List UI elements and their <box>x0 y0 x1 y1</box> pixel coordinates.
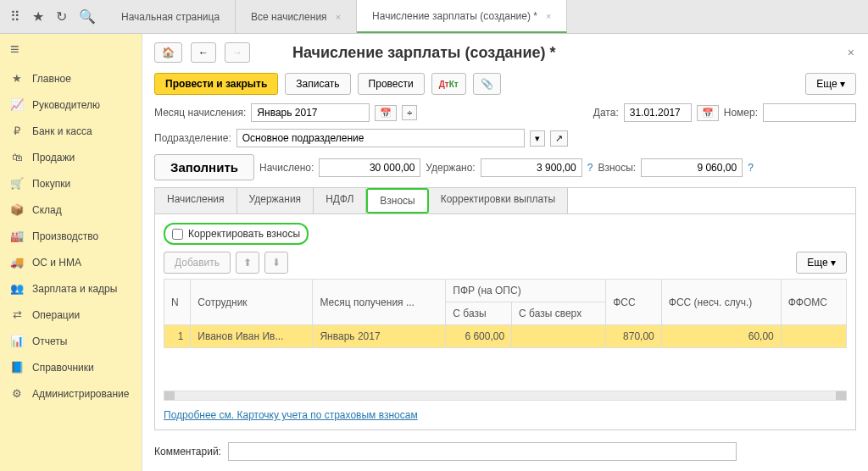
cart-icon: 🛒 <box>10 177 24 190</box>
help-icon[interactable]: ? <box>587 162 593 174</box>
sidebar-item-os[interactable]: 🚚ОС и НМА <box>0 249 142 275</box>
sidebar-item-label: Отчеты <box>32 335 67 347</box>
history-icon[interactable]: ↻ <box>56 8 67 25</box>
correct-contributions-checkbox[interactable] <box>172 229 183 240</box>
move-up-button[interactable]: ⬆ <box>236 252 259 274</box>
dept-input[interactable] <box>236 129 525 147</box>
more-button[interactable]: Еще ▾ <box>796 252 847 274</box>
more-button[interactable]: Еще ▾ <box>805 73 856 95</box>
sidebar-item-purchases[interactable]: 🛒Покупки <box>0 170 142 197</box>
fill-button[interactable]: Заполнить <box>154 154 254 180</box>
sidebar-item-main[interactable]: ★Главное <box>0 65 142 91</box>
search-icon[interactable]: 🔍 <box>79 8 96 25</box>
contributions-table: N Сотрудник Месяц получения ... ПФР (на … <box>164 279 847 348</box>
dept-label: Подразделение: <box>154 132 231 144</box>
correct-contributions-label: Корректировать взносы <box>188 228 300 240</box>
forward-button[interactable]: → <box>225 42 250 63</box>
help-icon[interactable]: ? <box>748 162 754 174</box>
number-label: Номер: <box>724 107 758 119</box>
tab-ndfl[interactable]: НДФЛ <box>314 188 366 213</box>
attach-button[interactable]: 📎 <box>473 73 501 95</box>
tab-current-label: Начисление зарплаты (создание) * <box>372 10 537 22</box>
ops-icon: ⇄ <box>10 308 24 321</box>
cell-fss-ns: 60,00 <box>661 325 781 348</box>
correct-contributions-checkbox-wrap[interactable]: Корректировать взносы <box>164 223 309 245</box>
people-icon: 👥 <box>10 282 24 295</box>
home-button[interactable]: 🏠 <box>154 42 182 63</box>
col-pfr: ПФР (на ОПС) <box>446 280 606 302</box>
process-close-button[interactable]: Провести и закрыть <box>154 73 278 95</box>
dtkt-button[interactable]: ДтКт <box>431 73 466 95</box>
tab-accruals[interactable]: Начисления <box>155 188 237 213</box>
sidebar-item-salary[interactable]: 👥Зарплата и кадры <box>0 275 142 302</box>
col-n: N <box>164 280 191 325</box>
back-button[interactable]: ← <box>191 42 216 63</box>
date-picker-button[interactable]: 📅 <box>697 105 719 121</box>
add-row-button[interactable]: Добавить <box>164 252 231 274</box>
sidebar-item-manager[interactable]: 📈Руководителю <box>0 91 142 118</box>
apps-icon[interactable]: ⠿ <box>10 8 20 25</box>
close-icon[interactable]: × <box>336 12 341 22</box>
scroll-left-icon[interactable] <box>164 391 175 400</box>
close-icon[interactable]: × <box>546 11 551 21</box>
move-down-button[interactable]: ⬇ <box>264 252 288 274</box>
sidebar-item-bank[interactable]: ₽Банк и касса <box>0 118 142 144</box>
col-pfr-base: С базы <box>446 302 512 325</box>
details-link[interactable]: Подробнее см. Карточку учета по страховы… <box>164 409 418 421</box>
withheld-input[interactable] <box>481 158 582 177</box>
process-button[interactable]: Провести <box>358 73 425 95</box>
cell-employee: Иванов Иван Ив... <box>191 325 313 348</box>
col-pfr-over: С базы сверх <box>512 302 606 325</box>
table-row[interactable]: 1 Иванов Иван Ив... Январь 2017 6 600,00… <box>164 325 847 348</box>
cell-pfr-base: 6 600,00 <box>446 325 512 348</box>
number-input[interactable] <box>763 103 856 122</box>
tab-contributions[interactable]: Взносы <box>366 188 428 213</box>
comment-input[interactable] <box>228 442 737 461</box>
report-icon: 📊 <box>10 335 24 347</box>
menu-icon[interactable]: ≡ <box>0 34 142 65</box>
date-input[interactable] <box>624 103 692 122</box>
accrued-label: Начислено: <box>259 162 314 174</box>
sidebar-item-admin[interactable]: ⚙Администрирование <box>0 380 142 407</box>
sidebar-item-operations[interactable]: ⇄Операции <box>0 302 142 328</box>
ruble-icon: ₽ <box>10 125 24 137</box>
sidebar-item-label: Склад <box>32 204 62 216</box>
tab-home[interactable]: Начальная страница <box>106 0 236 33</box>
horizontal-scrollbar[interactable] <box>164 391 847 401</box>
tab-home-label: Начальная страница <box>121 11 220 23</box>
scroll-right-icon[interactable] <box>836 391 846 400</box>
stepper-button[interactable]: ÷ <box>402 105 417 120</box>
sidebar-item-label: Главное <box>32 73 71 85</box>
sidebar-item-label: Производство <box>32 230 98 242</box>
sidebar-item-reports[interactable]: 📊Отчеты <box>0 328 142 354</box>
tab-current[interactable]: Начисление зарплаты (создание) *× <box>357 0 567 33</box>
sidebar-item-refs[interactable]: 📘Справочники <box>0 354 142 380</box>
month-input[interactable] <box>251 103 370 122</box>
page-title: Начисление зарплаты (создание) * <box>292 44 556 62</box>
contrib-label: Взносы: <box>598 162 636 174</box>
gear-icon: ⚙ <box>10 387 24 400</box>
month-label: Месяц начисления: <box>154 107 246 119</box>
calendar-button[interactable]: 📅 <box>375 105 397 121</box>
sidebar-item-sales[interactable]: 🛍Продажи <box>0 144 142 170</box>
tab-withholdings[interactable]: Удержания <box>237 188 314 213</box>
star-icon[interactable]: ★ <box>32 8 44 25</box>
accrued-input[interactable] <box>319 158 420 177</box>
tab-all[interactable]: Все начисления× <box>236 0 357 33</box>
sidebar-item-label: Банк и касса <box>32 125 92 137</box>
chart-icon: 📈 <box>10 98 24 111</box>
dropdown-button[interactable]: ▾ <box>530 130 545 147</box>
open-ref-button[interactable]: ↗ <box>550 130 568 147</box>
save-button[interactable]: Записать <box>285 73 350 95</box>
close-panel-icon[interactable]: × <box>848 46 854 59</box>
sidebar-item-production[interactable]: 🏭Производство <box>0 223 142 249</box>
sidebar-item-label: Администрирование <box>32 388 129 400</box>
sidebar-item-stock[interactable]: 📦Склад <box>0 197 142 223</box>
contrib-input[interactable] <box>641 158 743 177</box>
truck-icon: 🚚 <box>10 256 24 269</box>
col-employee: Сотрудник <box>191 280 313 325</box>
tab-corrections[interactable]: Корректировки выплаты <box>429 188 568 213</box>
col-month: Месяц получения ... <box>313 280 446 325</box>
sidebar-item-label: Руководителю <box>32 99 100 111</box>
sidebar-item-label: Продажи <box>32 152 75 163</box>
